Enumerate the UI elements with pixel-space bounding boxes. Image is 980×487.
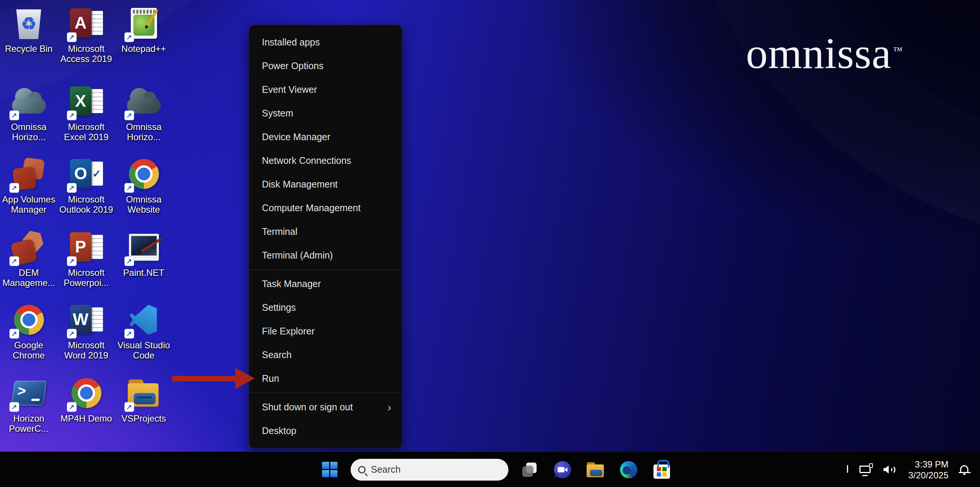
shortcut-arrow-icon	[124, 183, 134, 193]
desktop-icon-label: Microsoft Powerpoi...	[57, 267, 115, 288]
desktop-icon-dem-management[interactable]: DEM Manageme...	[0, 229, 57, 288]
menu-item-file-explorer[interactable]: File Explorer	[249, 320, 402, 343]
menu-item-power-options[interactable]: Power Options	[249, 54, 402, 78]
desktop-icon-label: Microsoft Access 2019	[57, 44, 115, 64]
desktop-icon-microsoft-excel[interactable]: X Microsoft Excel 2019	[57, 83, 115, 142]
file-explorer-icon	[587, 462, 605, 477]
desktop-icon-omnissa-horizon-1[interactable]: Omnissa Horizo...	[0, 83, 57, 142]
shortcut-arrow-icon	[10, 110, 19, 120]
task-view-icon	[521, 461, 538, 478]
desktop-icon-omnissa-website[interactable]: Omnissa Website	[115, 156, 172, 215]
desktop-icon-visual-studio-code[interactable]: Visual Studio Code	[115, 302, 172, 360]
shortcut-arrow-icon	[124, 329, 134, 339]
menu-item-terminal-admin[interactable]: Terminal (Admin)	[249, 244, 402, 267]
menu-item-desktop[interactable]: Desktop	[249, 419, 402, 442]
desktop-icon-label: Omnissa Horizo...	[0, 122, 57, 142]
menu-item-installed-apps[interactable]: Installed apps	[249, 30, 402, 54]
shortcut-arrow-icon	[10, 183, 19, 193]
shortcut-arrow-icon	[124, 402, 134, 412]
menu-item-task-manager[interactable]: Task Manager	[249, 272, 402, 296]
menu-item-terminal[interactable]: Terminal	[249, 220, 402, 244]
menu-separator	[249, 393, 402, 393]
tray-time: 3:39 PM	[908, 459, 948, 470]
menu-item-device-manager[interactable]: Device Manager	[249, 125, 402, 149]
desktop-icon-label: Microsoft Word 2019	[57, 340, 115, 360]
menu-item-search[interactable]: Search	[249, 343, 402, 367]
taskbar-search[interactable]: Search	[351, 459, 508, 481]
bell-icon	[960, 465, 968, 472]
menu-item-computer-management[interactable]: Computer Management	[249, 196, 402, 220]
chat-icon	[554, 461, 571, 478]
tray-expand-button[interactable]	[847, 466, 848, 473]
menu-item-network-connections[interactable]: Network Connections	[249, 149, 402, 172]
shortcut-arrow-icon	[67, 329, 76, 339]
notepadpp-icon	[131, 8, 157, 39]
annotation-arrow-to-run	[172, 368, 256, 389]
desktop-icon-label: Omnissa Horizo...	[115, 122, 172, 142]
taskbar: Search	[0, 452, 980, 487]
edge-icon	[620, 461, 637, 478]
microsoft-store-icon	[654, 465, 670, 479]
menu-item-disk-management[interactable]: Disk Management	[249, 172, 402, 196]
menu-separator	[249, 269, 402, 270]
desktop-icon-label: Notepad++	[121, 44, 166, 54]
desktop-icon-label: App Volumes Manager	[0, 194, 57, 215]
shortcut-arrow-icon	[10, 256, 19, 266]
menu-item-shut-down-or-sign-out[interactable]: Shut down or sign out ›	[249, 395, 402, 419]
desktop-icon-mp4h-demo[interactable]: MP4H Demo	[57, 375, 115, 423]
desktop-icon-google-chrome[interactable]: Google Chrome	[0, 302, 57, 360]
shortcut-arrow-icon	[124, 256, 134, 266]
chevron-up-icon	[847, 465, 848, 473]
omnissa-logo-text: omnissa	[746, 29, 891, 77]
desktop-icon-label: Google Chrome	[0, 340, 57, 360]
trademark-symbol: ™	[893, 45, 902, 56]
shortcut-arrow-icon	[67, 402, 76, 412]
recycle-bin-icon	[15, 8, 43, 39]
desktop-icon-microsoft-word[interactable]: W Microsoft Word 2019	[57, 302, 115, 360]
menu-item-system[interactable]: System	[249, 102, 402, 125]
task-view-button[interactable]	[517, 458, 541, 482]
microsoft-store-button[interactable]	[650, 458, 674, 482]
winx-context-menu: Installed apps Power Options Event Viewe…	[249, 25, 402, 448]
desktop-icon-omnissa-horizon-2[interactable]: Omnissa Horizo...	[115, 83, 172, 142]
desktop-icon-paintnet[interactable]: Paint.NET	[115, 229, 172, 278]
volume-button[interactable]	[883, 465, 897, 474]
shortcut-arrow-icon	[67, 110, 76, 120]
desktop-icon-label: Microsoft Outlook 2019	[57, 194, 115, 215]
desktop-icon-recycle-bin[interactable]: Recycle Bin	[0, 5, 57, 54]
desktop-icon-label: Visual Studio Code	[115, 340, 172, 360]
arrow-shaft	[172, 376, 236, 381]
shortcut-arrow-icon	[67, 32, 76, 42]
shortcut-arrow-icon	[67, 256, 76, 266]
start-button[interactable]	[318, 458, 342, 482]
notification-bell-button[interactable]	[960, 465, 969, 475]
desktop-icon-vsprojects[interactable]: VSProjects	[115, 375, 172, 423]
desktop-icon-label: Paint.NET	[123, 267, 164, 278]
search-icon	[358, 466, 366, 473]
shortcut-arrow-icon	[67, 183, 76, 193]
desktop-icon-label: Microsoft Excel 2019	[57, 122, 115, 142]
clock[interactable]: 3:39 PM 3/20/2025	[908, 459, 948, 481]
desktop-icon-app-volumes-manager[interactable]: App Volumes Manager	[0, 156, 57, 215]
desktop-icon-label: VSProjects	[121, 413, 166, 423]
windows-start-icon	[322, 462, 337, 477]
desktop-icon-label: Recycle Bin	[5, 44, 52, 54]
desktop-icon-notepadpp[interactable]: Notepad++	[115, 5, 172, 54]
desktop-icon-microsoft-powerpoint[interactable]: P Microsoft Powerpoi...	[57, 229, 115, 288]
arrow-head	[235, 368, 255, 389]
menu-item-event-viewer[interactable]: Event Viewer	[249, 78, 402, 102]
chat-button[interactable]	[550, 458, 574, 482]
omnissa-logo: omnissa™	[746, 32, 903, 75]
desktop-icon-microsoft-access[interactable]: A Microsoft Access 2019	[57, 5, 115, 64]
search-label: Search	[371, 464, 401, 475]
network-status-button[interactable]	[859, 465, 872, 474]
desktop-icon-microsoft-outlook[interactable]: O Microsoft Outlook 2019	[57, 156, 115, 215]
desktop-icon-label: MP4H Demo	[60, 413, 112, 423]
menu-item-run[interactable]: Run	[249, 367, 402, 390]
menu-item-settings[interactable]: Settings	[249, 296, 402, 320]
desktop-icon-horizon-powercli[interactable]: Horizon PowerC...	[0, 375, 57, 434]
shortcut-arrow-icon	[10, 329, 19, 339]
desktop-screen: omnissa™ Recycle Bin A Microsoft Access …	[0, 0, 980, 487]
edge-button[interactable]	[617, 458, 641, 482]
file-explorer-button[interactable]	[584, 458, 608, 482]
